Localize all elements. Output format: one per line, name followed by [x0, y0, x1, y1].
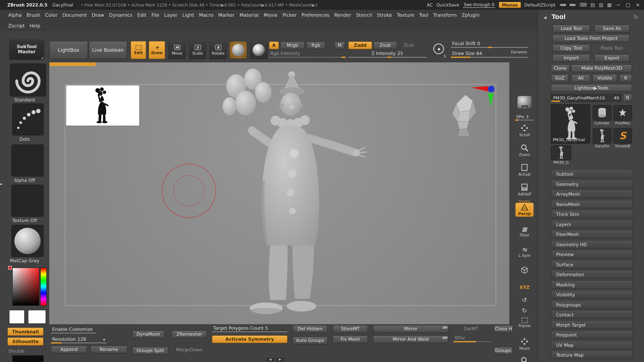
menu-item[interactable]: Zplugin — [459, 12, 482, 18]
tool-section-header[interactable]: Texture Map — [551, 351, 633, 359]
menu-item[interactable]: Dynamics — [107, 12, 135, 18]
scroll-left-arrow[interactable]: ◀ — [266, 358, 274, 362]
lightbox-strip[interactable] — [49, 62, 96, 66]
zoom3d-button[interactable]: Zoom3D — [514, 356, 535, 362]
aahalf-button[interactable]: AAHalf — [514, 183, 535, 196]
menu-item[interactable]: Light — [180, 12, 196, 18]
menu-item[interactable]: Stencil — [354, 12, 374, 18]
clown-model[interactable] — [218, 68, 374, 323]
dynamic-label[interactable]: Dynamic — [511, 50, 527, 54]
lightbox-button[interactable]: LightBox — [49, 41, 88, 59]
menu-item[interactable]: Stroke — [374, 12, 394, 18]
xyz-button[interactable]: XYZ — [514, 285, 535, 290]
goz-visible-button[interactable]: Visible — [592, 74, 617, 82]
zsub-button[interactable]: Zsub — [373, 41, 397, 49]
del-hidden-button[interactable]: Del Hidden — [292, 325, 328, 333]
axis-gizmo[interactable] — [468, 84, 497, 108]
tool-section-header[interactable]: FiberMesh — [551, 231, 633, 239]
enable-customize-toggle[interactable]: Enable Customize — [51, 326, 96, 333]
see-through-slider[interactable]: See-through 0 — [463, 2, 495, 8]
menu-item[interactable]: Texture — [394, 12, 417, 18]
main-color-swatch[interactable] — [9, 310, 25, 324]
tool-section-header[interactable]: UV Map — [551, 341, 633, 349]
draw-button[interactable]: + Draw — [149, 41, 165, 59]
spix-slider[interactable]: SPix 3 — [515, 114, 534, 120]
rename-button[interactable]: Rename — [90, 346, 127, 354]
silhouette-toggle-button[interactable]: Silhouette — [8, 337, 44, 346]
focal-shift-knob[interactable]: S — [432, 42, 446, 58]
selected-color-swatch[interactable] — [8, 266, 12, 270]
menu-item[interactable]: Marker — [216, 12, 237, 18]
tool-section-header[interactable]: Geometry HD — [551, 241, 633, 249]
tool-thumb-pm3dg[interactable]: PM3D_G — [551, 145, 571, 165]
gradient-preview-button[interactable] — [250, 41, 268, 59]
auto-groups-button[interactable]: Auto Groups — [292, 337, 328, 345]
save-as-button[interactable]: Save As — [594, 25, 630, 32]
tablet-pressure-left-icon[interactable]: ◀▮▮▮▮ — [559, 3, 566, 7]
menu-item[interactable]: File — [149, 12, 162, 18]
minimize-button[interactable]: − — [616, 2, 621, 8]
paste-tool-button[interactable]: Paste Tool — [594, 44, 630, 52]
resolution-slider[interactable]: Resolution 128 — [51, 336, 107, 343]
refresh-icon[interactable]: ↻ — [634, 14, 638, 20]
scroll-right-arrow[interactable]: ▶ — [276, 358, 284, 362]
menu-item[interactable]: Edit — [135, 12, 149, 18]
maximize-button[interactable]: ▢ — [625, 2, 631, 8]
mergedown-button[interactable]: MergeDown — [172, 346, 207, 354]
menu-item[interactable]: Tool — [416, 12, 431, 18]
close-button[interactable]: × — [635, 2, 641, 8]
rgb-intensity-slider[interactable]: Rgb Intensity — [269, 50, 346, 57]
menu-item[interactable]: Transform — [431, 12, 459, 18]
dynamic-persp-label[interactable]: Dynamic — [512, 199, 537, 203]
panel-layout-icon[interactable]: ▤ — [590, 2, 595, 8]
persp-button[interactable]: Persp — [515, 203, 534, 217]
current-stroke-thumb[interactable] — [12, 103, 44, 135]
menu-item[interactable]: Draw — [90, 12, 107, 18]
m-button[interactable]: M — [334, 41, 345, 49]
menu-item[interactable]: Brush — [24, 12, 43, 18]
groups-button[interactable]: Groups — [494, 347, 513, 355]
goz-r-button[interactable]: R — [619, 74, 632, 82]
spin-left-icon-button[interactable]: ↺ — [514, 296, 535, 304]
thumbnail-toggle-button[interactable]: Thumbnail — [8, 328, 44, 336]
current-alpha-thumb[interactable] — [12, 144, 44, 176]
zadd-button[interactable]: Zadd — [348, 41, 372, 49]
mrgb-button[interactable]: Mrgb — [280, 41, 305, 49]
color-sv-picker[interactable] — [12, 268, 40, 306]
goz-button[interactable]: GoZ — [551, 74, 569, 82]
quicksave-button[interactable]: QuickSave — [436, 2, 459, 7]
load-tools-from-project-button[interactable]: Load Tools From Project — [552, 34, 630, 42]
menu-item[interactable]: Macro — [196, 12, 216, 18]
load-tool-button[interactable]: Load Tool — [552, 25, 590, 32]
actual-size-button[interactable]: Actual — [514, 163, 535, 176]
zremesher-button[interactable]: ZRemesher — [172, 330, 207, 338]
draw-size-slider[interactable]: Draw Size 64 Dynamic — [451, 50, 528, 57]
groups-split-button[interactable]: Groups Split — [132, 347, 168, 355]
tool-section-header[interactable]: Surface — [551, 261, 633, 269]
mirror-button[interactable]: Mirror ▦▦ — [373, 325, 448, 333]
tool-section-header[interactable]: ArrayMesh — [551, 190, 633, 198]
tool-section-header[interactable]: Morph Target — [551, 321, 633, 329]
storemt-button[interactable]: StoreMT — [333, 325, 368, 333]
move-button[interactable]: M Move — [168, 41, 186, 59]
ac-button[interactable]: AC — [427, 2, 433, 7]
double-button[interactable]: Double — [6, 347, 31, 355]
menu-item[interactable]: Help — [27, 23, 43, 29]
tool-section-header[interactable]: Polypaint — [551, 331, 633, 339]
goz-all-button[interactable]: All — [572, 74, 590, 82]
current-material-thumb[interactable] — [12, 225, 44, 257]
menu-item[interactable]: Layer — [162, 12, 180, 18]
make-polymesh3d-button[interactable]: Make PolyMesh3D — [572, 64, 632, 72]
close-holes-button[interactable]: Close H — [494, 325, 514, 333]
spin-right-icon-button[interactable]: ↻ — [514, 307, 535, 314]
panel-layout-2-icon[interactable]: ▥ — [599, 2, 604, 8]
document-canvas[interactable] — [49, 62, 509, 324]
edit-button[interactable]: Edit — [131, 41, 146, 59]
menu-item[interactable]: Material — [237, 12, 261, 18]
mirror-and-weld-button[interactable]: Mirror And Weld ▦▦ — [373, 335, 448, 343]
menu-item[interactable]: Picker — [280, 12, 299, 18]
menu-item[interactable]: Movie — [261, 12, 280, 18]
floor-button[interactable]: ▦ Floor — [514, 226, 535, 237]
fix-mesh-button[interactable]: Fix Mesh — [333, 335, 368, 343]
menu-item[interactable]: Alpha — [6, 12, 24, 18]
